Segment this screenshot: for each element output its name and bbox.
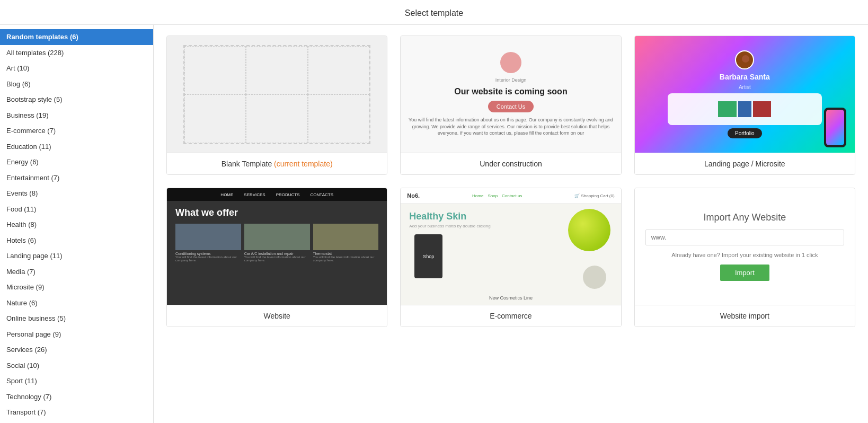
lp-portfolio-btn[interactable]: Portfolio [728, 128, 762, 138]
sidebar-item-landing[interactable]: Landing page (11) [0, 248, 153, 264]
ws-card-3: Thermostat You will find the latest info… [313, 224, 379, 266]
uc-body-text: You will find the latest information abo… [407, 117, 614, 137]
content-area: Blank Template (current template) Interi… [154, 25, 868, 423]
template-uc-preview: Interior Design Our website is coming so… [401, 36, 621, 153]
sidebar-item-technology[interactable]: Technology (7) [0, 389, 153, 405]
ecom-product-line: New Cosmetics Line [489, 295, 533, 301]
sidebar-item-random[interactable]: Random templates (6) [0, 29, 153, 45]
template-landing[interactable]: Barbara Santa Artist Portfolio [634, 36, 855, 175]
ws-nav-products: PRODUCTS [276, 192, 300, 197]
sidebar-item-blog[interactable]: Blog (6) [0, 76, 153, 92]
sidebar-item-services[interactable]: Services (26) [0, 342, 153, 358]
sidebar-item-business[interactable]: Business (19) [0, 108, 153, 124]
sidebar-item-microsite[interactable]: Microsite (9) [0, 279, 153, 295]
ws-nav-contacts: CONTACTS [311, 192, 333, 197]
ws-card-label-3: Thermostat [313, 252, 379, 255]
svg-point-1 [740, 63, 751, 69]
sidebar-item-personal[interactable]: Personal page (9) [0, 327, 153, 342]
ecom-logo: No6. [407, 192, 420, 199]
template-uc-label: Under construction [401, 153, 621, 174]
ws-card-1: Conditioning systems You will find the l… [175, 224, 241, 266]
blank-cell-3 [308, 46, 369, 95]
landing-preview-inner: Barbara Santa Artist Portfolio [635, 36, 855, 153]
sidebar-item-bootstrap[interactable]: Bootstrap style (5) [0, 92, 153, 108]
svg-rect-4 [753, 101, 771, 117]
ecom-lemon [568, 209, 610, 251]
blank-cell-2 [246, 46, 307, 95]
template-landing-preview: Barbara Santa Artist Portfolio [635, 36, 855, 153]
template-import-label: Website import [635, 305, 855, 327]
ecom-cart: 🛒 Shopping Cart (0) [574, 193, 614, 198]
template-website-import[interactable]: Import Any Website Already have one? Imp… [634, 188, 855, 327]
template-website-label: Website [167, 305, 387, 327]
template-ecom-label: E-commerce [401, 305, 621, 327]
sidebar-item-entertainment[interactable]: Entertainment (7) [0, 170, 153, 186]
sidebar-item-transport[interactable]: Transport (7) [0, 404, 153, 420]
lp-phone [824, 108, 846, 147]
import-description: Already have one? Import your existing w… [671, 252, 818, 258]
ws-card-img-2 [244, 224, 310, 250]
sidebar: Random templates (6)All templates (228)A… [0, 25, 154, 423]
ecom-header: No6. Home Shop Contact us 🛒 Shopping Car… [401, 188, 621, 204]
ecom-product-circle [583, 266, 606, 289]
sidebar-item-travel[interactable]: Travel (9) [0, 420, 153, 424]
sidebar-item-online[interactable]: Online business (5) [0, 311, 153, 327]
template-blank[interactable]: Blank Template (current template) [166, 36, 387, 175]
template-ecommerce[interactable]: No6. Home Shop Contact us 🛒 Shopping Car… [400, 188, 621, 327]
ecom-shop-btn[interactable]: Shop [414, 234, 442, 278]
sidebar-item-ecommerce[interactable]: E-commerce (7) [0, 123, 153, 139]
import-title: Import Any Website [703, 212, 786, 223]
template-import-preview: Import Any Website Already have one? Imp… [635, 188, 855, 305]
svg-rect-2 [718, 101, 737, 117]
blank-cell-4 [184, 94, 246, 143]
website-preview-inner: HOME SERVICES PRODUCTS CONTACTS What we … [167, 188, 387, 305]
sidebar-item-social[interactable]: Social (10) [0, 358, 153, 374]
sidebar-item-energy[interactable]: Energy (6) [0, 154, 153, 170]
svg-point-0 [742, 55, 749, 63]
sidebar-item-hotels[interactable]: Hotels (6) [0, 233, 153, 249]
lp-role: Artist [739, 84, 751, 90]
ws-card-text-3: You will find the latest information abo… [313, 255, 379, 262]
sidebar-item-sport[interactable]: Sport (11) [0, 373, 153, 389]
ws-card-text-2: You will find the latest information abo… [244, 255, 310, 262]
ws-card-img-3 [313, 224, 379, 250]
svg-rect-3 [738, 101, 751, 117]
current-template-badge: (current template) [274, 160, 332, 168]
lp-name: Barbara Santa [720, 73, 770, 81]
ws-card-label-2: Car A/C installation and repair [244, 252, 310, 255]
sidebar-item-media[interactable]: Media (7) [0, 264, 153, 280]
ws-card-label-1: Conditioning systems [175, 252, 241, 255]
import-button[interactable]: Import [720, 265, 769, 281]
template-website[interactable]: HOME SERVICES PRODUCTS CONTACTS What we … [166, 188, 387, 327]
ecom-preview-inner: No6. Home Shop Contact us 🛒 Shopping Car… [401, 188, 621, 305]
lp-avatar [735, 50, 754, 69]
ecom-subtitle: Add your business motto by double clicki… [409, 224, 490, 228]
ws-hero: What we offer Conditioning systems You w… [167, 201, 387, 305]
ws-cards: Conditioning systems You will find the l… [175, 224, 378, 266]
sidebar-item-food[interactable]: Food (11) [0, 201, 153, 217]
blank-cell-6 [308, 94, 369, 143]
uc-contact-btn[interactable]: Contact Us [488, 101, 534, 112]
sidebar-item-nature[interactable]: Nature (6) [0, 295, 153, 311]
blank-cell-1 [184, 46, 246, 95]
blank-grid-container [167, 36, 387, 153]
template-ecom-preview: No6. Home Shop Contact us 🛒 Shopping Car… [401, 188, 621, 305]
uc-circle [500, 52, 521, 73]
ws-card-text-1: You will find the latest information abo… [175, 255, 241, 262]
uc-heading: Our website is coming soon [454, 87, 567, 96]
page-wrapper: Select template Random templates (6)All … [0, 0, 868, 423]
ecom-nav-home: Home [472, 193, 483, 198]
sidebar-item-education[interactable]: Education (11) [0, 139, 153, 155]
lp-phone-screen [826, 110, 844, 145]
templates-grid: Blank Template (current template) Interi… [166, 36, 855, 327]
sidebar-item-art[interactable]: Art (10) [0, 60, 153, 76]
ws-header: HOME SERVICES PRODUCTS CONTACTS [167, 188, 387, 201]
template-under-construction[interactable]: Interior Design Our website is coming so… [400, 36, 621, 175]
ws-card-2: Car A/C installation and repair You will… [244, 224, 310, 266]
template-blank-preview [167, 36, 387, 153]
ws-nav-services: SERVICES [244, 192, 265, 197]
sidebar-item-health[interactable]: Health (8) [0, 217, 153, 233]
sidebar-item-events[interactable]: Events (8) [0, 186, 153, 201]
sidebar-item-all[interactable]: All templates (228) [0, 45, 153, 61]
import-url-input[interactable] [645, 230, 844, 245]
